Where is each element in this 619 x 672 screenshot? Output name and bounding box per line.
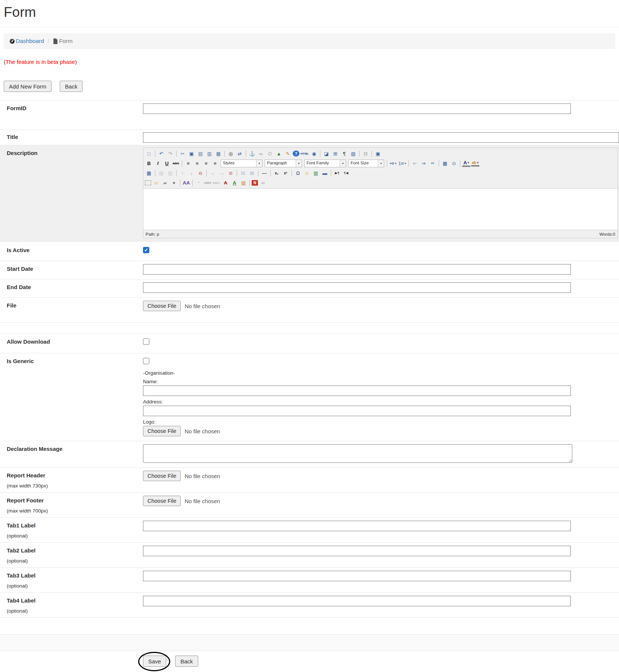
allow-download-checkbox[interactable] xyxy=(143,338,149,345)
nonbreaking-space-icon[interactable]: N xyxy=(252,180,258,186)
copy-icon[interactable]: ▣ xyxy=(187,150,196,157)
align-center-icon[interactable]: ≡ xyxy=(193,160,201,167)
insert-row-before-icon[interactable]: ↑ xyxy=(178,169,187,177)
page-break-icon[interactable]: ═ xyxy=(259,179,267,186)
fullscreen-icon[interactable]: ▣ xyxy=(374,150,382,157)
organisation-name-input[interactable] xyxy=(143,385,571,396)
acronym-icon[interactable]: A.B.C. xyxy=(212,179,221,186)
find-icon[interactable]: ◎ xyxy=(227,150,235,157)
insert-row-after-icon[interactable]: ↓ xyxy=(187,169,196,177)
organisation-address-input[interactable] xyxy=(143,406,571,416)
font-size-dropdown[interactable]: Font Size▾ xyxy=(348,160,384,167)
find-replace-icon[interactable]: ⇄ xyxy=(236,150,244,157)
formid-input[interactable] xyxy=(143,103,571,114)
table-cell-props-icon[interactable]: ▥ xyxy=(166,169,174,177)
add-new-form-button[interactable]: Add New Form xyxy=(4,81,52,92)
strikethrough-icon[interactable]: ABC xyxy=(172,160,180,167)
emoticon-icon[interactable]: ☺ xyxy=(303,169,311,177)
insert-layer-icon[interactable] xyxy=(145,180,151,185)
special-char-icon[interactable]: Ω xyxy=(294,169,302,177)
file-choose-button[interactable]: Choose File xyxy=(143,301,181,311)
back-button-bottom[interactable]: Back xyxy=(175,656,198,667)
blockquote-icon[interactable]: “ xyxy=(429,158,437,168)
is-active-checkbox[interactable] xyxy=(143,247,149,253)
abbreviation-icon[interactable]: ABBR xyxy=(203,179,212,186)
insert-col-before-icon[interactable]: ← xyxy=(209,169,217,177)
print-icon[interactable]: ⊟ xyxy=(361,150,370,157)
end-date-input[interactable] xyxy=(143,282,571,293)
is-generic-checkbox[interactable] xyxy=(143,358,149,364)
numbered-list-icon[interactable]: 1≡▾ xyxy=(398,160,407,167)
table-edit-icon[interactable]: ▦ xyxy=(145,169,153,177)
image-icon[interactable]: ▲ xyxy=(275,150,283,157)
cite-icon[interactable]: “” xyxy=(195,179,203,186)
media-icon[interactable]: ▥ xyxy=(312,169,320,177)
tab1-input[interactable] xyxy=(143,521,571,531)
bullet-list-icon[interactable]: •≡▾ xyxy=(389,160,397,167)
advanced-hr-icon[interactable]: ▬ xyxy=(321,169,329,177)
outdent-icon[interactable]: ⇐ xyxy=(411,160,419,167)
logo-choose-button[interactable]: Choose File xyxy=(143,426,181,436)
insert-time-icon[interactable]: ⊙ xyxy=(450,160,458,167)
attributes-icon[interactable]: ▨ xyxy=(239,179,248,186)
rtl-icon[interactable]: ¶◀ xyxy=(342,169,350,177)
editor-content-area[interactable] xyxy=(143,188,618,230)
paragraph-dropdown[interactable]: Paragraph▾ xyxy=(265,160,302,167)
cut-icon[interactable]: ✂ xyxy=(178,150,187,157)
align-justify-icon[interactable]: ≡ xyxy=(211,160,219,167)
split-cells-icon[interactable]: ⊟ xyxy=(239,169,247,177)
title-input[interactable] xyxy=(143,132,619,143)
deleted-text-icon[interactable]: A xyxy=(221,179,230,186)
anchor-icon[interactable]: ⚓ xyxy=(248,150,256,157)
tab4-input[interactable] xyxy=(143,596,571,606)
styles-dropdown[interactable]: Styles▾ xyxy=(221,160,262,167)
tab2-input[interactable] xyxy=(143,546,571,556)
indent-icon[interactable]: ⇒ xyxy=(420,160,428,167)
help-icon[interactable]: ? xyxy=(293,151,299,157)
underline-icon[interactable]: U xyxy=(163,160,171,167)
report-header-choose-button[interactable]: Choose File xyxy=(143,471,181,481)
style-props-icon[interactable]: AA xyxy=(182,179,190,186)
italic-icon[interactable]: I xyxy=(154,160,162,167)
remove-format-icon[interactable]: ◪ xyxy=(322,150,330,157)
horizontal-rule-icon[interactable]: — xyxy=(260,169,268,177)
back-button-top[interactable]: Back xyxy=(60,81,83,92)
new-document-icon[interactable]: □ xyxy=(145,150,153,157)
paste-from-word-icon[interactable]: ▦ xyxy=(214,150,223,157)
bold-icon[interactable]: B xyxy=(145,160,153,167)
unlink-icon[interactable]: ∅ xyxy=(266,150,274,157)
font-family-dropdown[interactable]: Font Family▾ xyxy=(304,160,346,167)
link-icon[interactable]: ∞ xyxy=(257,150,265,157)
insert-col-after-icon[interactable]: → xyxy=(218,169,226,177)
move-backward-icon[interactable]: ▰ xyxy=(161,179,169,186)
start-date-input[interactable] xyxy=(143,264,571,275)
preview-icon[interactable]: ◉ xyxy=(310,150,318,157)
absolute-position-icon[interactable]: + xyxy=(170,179,178,186)
subscript-icon[interactable]: x₂ xyxy=(273,169,281,177)
align-right-icon[interactable]: ≡ xyxy=(202,160,210,167)
move-forward-icon[interactable]: ▱ xyxy=(152,179,160,186)
inserted-text-icon[interactable]: A xyxy=(230,179,239,186)
text-color-icon[interactable]: A▾ xyxy=(462,160,470,167)
declaration-textarea[interactable] xyxy=(143,444,572,463)
tab3-input[interactable] xyxy=(143,571,571,581)
report-footer-choose-button[interactable]: Choose File xyxy=(143,496,181,506)
html-source-icon[interactable]: HTML xyxy=(300,150,309,157)
show-blocks-icon[interactable]: ¶ xyxy=(340,150,348,157)
highlight-color-icon[interactable]: ab▾ xyxy=(471,160,479,167)
superscript-icon[interactable]: x² xyxy=(281,169,290,177)
delete-col-icon[interactable]: ⊘ xyxy=(227,169,235,177)
redo-icon[interactable]: ↷ xyxy=(166,150,174,157)
paste-as-text-icon[interactable]: ▥ xyxy=(205,150,214,157)
merge-cells-icon[interactable]: ⊞ xyxy=(248,169,256,177)
breadcrumb-dashboard-link[interactable]: Dashboard xyxy=(9,38,44,44)
page-preview-icon[interactable]: ▧ xyxy=(349,150,357,157)
paste-icon[interactable]: ▤ xyxy=(196,150,205,157)
save-button[interactable]: Save xyxy=(143,656,166,667)
ltr-icon[interactable]: ▶¶ xyxy=(333,169,341,177)
undo-icon[interactable]: ↶ xyxy=(157,150,165,157)
delete-row-icon[interactable]: ⊖ xyxy=(196,169,205,177)
table-row-props-icon[interactable]: ▤ xyxy=(157,169,165,177)
insert-table-icon[interactable]: ⊞ xyxy=(331,150,339,157)
align-left-icon[interactable]: ≡ xyxy=(184,160,192,167)
